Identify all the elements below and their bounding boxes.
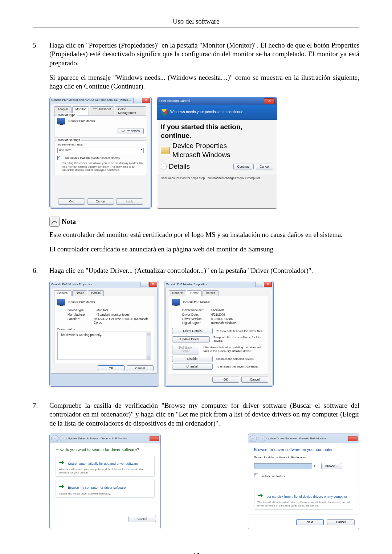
apply-button[interactable]: Apply: [116, 198, 143, 205]
uac-footer-text: User Account Control helps stop unauthor…: [157, 174, 277, 182]
kv-date-label: Driver Date:: [182, 313, 211, 317]
kv-manufacturer-value: (Standard monitor types): [97, 313, 131, 317]
tab-details[interactable]: Details: [88, 290, 104, 296]
uac-started-text: If you started this action, continue.: [161, 123, 273, 140]
option-pick-from-list[interactable]: ➔ Let me pick from a list of device driv…: [254, 489, 353, 510]
uninstall-button[interactable]: Uninstall: [172, 364, 213, 370]
cancel-button[interactable]: Cancel: [127, 365, 154, 372]
uac-dialog: User Account Control ✕ Windows needs you…: [157, 97, 277, 209]
help-button[interactable]: [255, 282, 263, 287]
bottom-rule: [33, 549, 359, 549]
monitor-icon: [57, 118, 65, 124]
tab-details[interactable]: Details: [203, 290, 219, 296]
continue-button[interactable]: Continue: [233, 164, 254, 170]
figure-1: Generic PnP Monitor and NVIDIA GeForce 6…: [49, 97, 359, 209]
close-icon[interactable]: ✕: [264, 98, 275, 104]
uninstall-desc: To uninstall the driver (Advanced).: [216, 365, 260, 369]
driver-details-button[interactable]: Driver Details: [172, 328, 213, 334]
cancel-button[interactable]: Cancel: [128, 516, 156, 522]
ok-button[interactable]: OK: [98, 365, 124, 372]
window-title: Generic PnP Monitor Properties: [166, 283, 254, 286]
properties-button[interactable]: 🛡 Properties: [118, 128, 144, 134]
note-p2: El controlador certificado se anunciará …: [49, 245, 359, 254]
close-icon[interactable]: [150, 436, 159, 441]
option-browse-computer[interactable]: ➔ Browse my computer for driver software…: [56, 480, 155, 497]
cancel-button[interactable]: Cancel: [327, 519, 355, 525]
close-icon[interactable]: ×: [149, 282, 157, 287]
tab-driver[interactable]: Driver: [187, 290, 202, 296]
next-button[interactable]: Next: [296, 519, 324, 525]
monitor-name: Generic PnP Monitor: [68, 119, 95, 123]
wizard-heading: How do you want to search for driver sof…: [56, 447, 155, 452]
step-number-7: 7.: [33, 401, 49, 538]
device-name: Generic PnP Monitor: [68, 300, 95, 304]
note-label: Nota: [62, 217, 76, 226]
update-wizard-search: ← → Update Driver Software - Generic PnP…: [49, 434, 161, 530]
update-driver-button[interactable]: Update Driver...: [172, 336, 210, 342]
tab-driver[interactable]: Driver: [72, 290, 87, 296]
page-number: 16: [33, 552, 359, 554]
label-search-location: Search for driver software in this locat…: [254, 456, 353, 459]
update-wizard-browse: ← → Update Driver Software - Generic PnP…: [248, 434, 359, 530]
kv-location-label: Location:: [68, 317, 94, 325]
top-rule: [33, 28, 359, 28]
uac-title: User Account Control: [159, 99, 264, 103]
uac-publisher: Microsoft Windows: [172, 151, 230, 159]
driver-props-general-window: Generic PnP Monitor Properties × General…: [49, 281, 159, 387]
close-icon[interactable]: ×: [142, 98, 150, 103]
kv-type-label: Device type:: [68, 308, 97, 312]
forward-icon: →: [60, 435, 67, 442]
option-search-auto[interactable]: ➔ Search automatically for updated drive…: [56, 456, 155, 477]
window-title: Generic PnP Monitor and NVIDIA GeForce 6…: [51, 98, 132, 102]
tab-color-management[interactable]: Color Management: [115, 106, 146, 116]
back-icon[interactable]: ←: [51, 435, 58, 442]
cancel-button[interactable]: Cancel: [241, 377, 268, 383]
step5-p2: Si aparece el mensaje "Windows needs... …: [49, 73, 359, 91]
tab-troubleshoot[interactable]: Troubleshoot: [90, 106, 114, 116]
figure-2: Generic PnP Monitor Properties × General…: [49, 281, 359, 387]
minimize-button[interactable]: [133, 98, 141, 103]
disable-desc: Disables the selected device.: [216, 357, 254, 361]
close-icon[interactable]: [348, 436, 358, 441]
kv-type-value: Monitors: [97, 308, 109, 312]
note-heading: Nota: [49, 217, 359, 227]
close-icon[interactable]: ×: [264, 282, 272, 287]
step7-p1: Compruebe la casilla de verificación "Br…: [49, 401, 359, 428]
path-input[interactable]: [254, 463, 312, 469]
ok-button[interactable]: OK: [212, 377, 239, 383]
wizard-heading: Browse for driver software on your compu…: [254, 447, 353, 452]
arrow-icon: ➔: [257, 492, 263, 499]
kv-provider-value: Microsoft: [211, 308, 224, 312]
refresh-rate-select[interactable]: 60 Hertz: [57, 148, 144, 153]
cancel-button[interactable]: Cancel: [256, 164, 273, 170]
chevron-down-icon[interactable]: ⌄: [161, 164, 167, 169]
group-device-status: Device status: [57, 328, 151, 331]
back-icon[interactable]: ←: [250, 435, 257, 442]
kv-version-label: Driver Version:: [182, 317, 211, 321]
include-subfolders-checkbox[interactable]: [254, 473, 258, 477]
device-status-box: This device is working properly.: [57, 332, 151, 360]
device-name: Generic PnP Monitor: [183, 300, 210, 304]
scrollbar[interactable]: [146, 332, 151, 360]
hide-modes-label: Hide modes that this monitor cannot disp…: [64, 156, 120, 160]
group-monitor-type: Monitor Type: [57, 113, 77, 117]
step6-p1: Haga clic en "Update Driver... (Actualiz…: [49, 266, 359, 275]
kv-provider-label: Driver Provider:: [182, 308, 211, 312]
cancel-button[interactable]: Cancel: [87, 198, 114, 205]
ok-button[interactable]: OK: [58, 198, 85, 205]
browse-button[interactable]: Browse...: [321, 463, 342, 469]
uac-details-toggle[interactable]: Details: [169, 162, 231, 171]
kv-version-value: 6.0.6000.16386: [211, 317, 233, 321]
tab-general[interactable]: General: [169, 290, 186, 296]
hide-modes-note: Clearing this check box allows you to se…: [62, 161, 144, 172]
include-subfolders-label: Include subfolders: [261, 475, 285, 478]
disable-button[interactable]: Disable: [172, 356, 213, 362]
arrow-icon: ➔: [59, 459, 65, 466]
rollback-driver-button[interactable]: Roll Back Driver: [172, 345, 199, 355]
help-button[interactable]: [140, 282, 148, 287]
tab-general[interactable]: General: [54, 290, 72, 296]
rollback-driver-desc: If the device fails after updating the d…: [203, 346, 266, 353]
kv-manufacturer-label: Manufacturer:: [68, 313, 97, 317]
kv-location-value: on NVIDIA GeForce 6600 LE (Microsoft Cor…: [94, 317, 151, 325]
hide-modes-checkbox[interactable]: [57, 156, 61, 160]
